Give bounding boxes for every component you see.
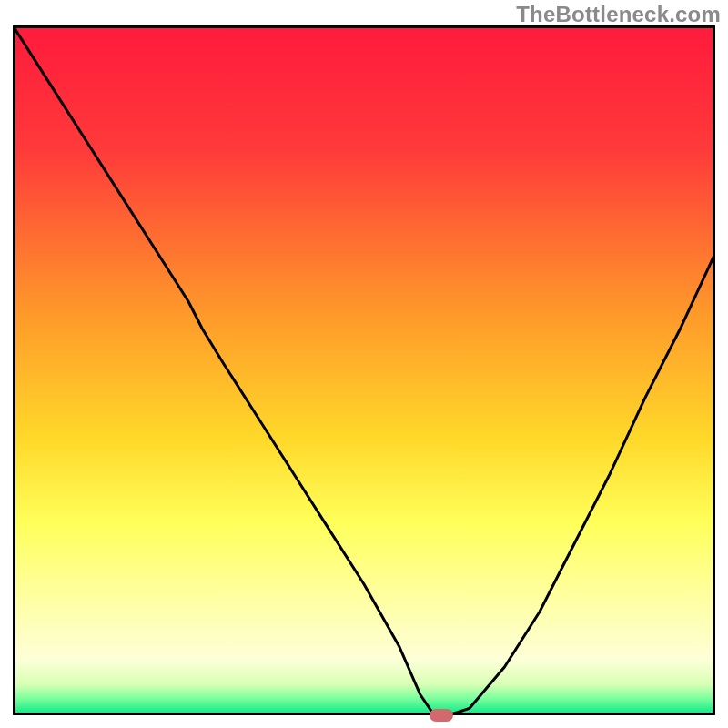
gradient-background [13, 25, 715, 715]
minimum-marker [430, 709, 453, 722]
chart-svg [13, 25, 715, 715]
attribution-text: TheBottleneck.com [516, 2, 721, 27]
chart-container: TheBottleneck.com [0, 0, 728, 728]
plot-area [13, 25, 715, 715]
